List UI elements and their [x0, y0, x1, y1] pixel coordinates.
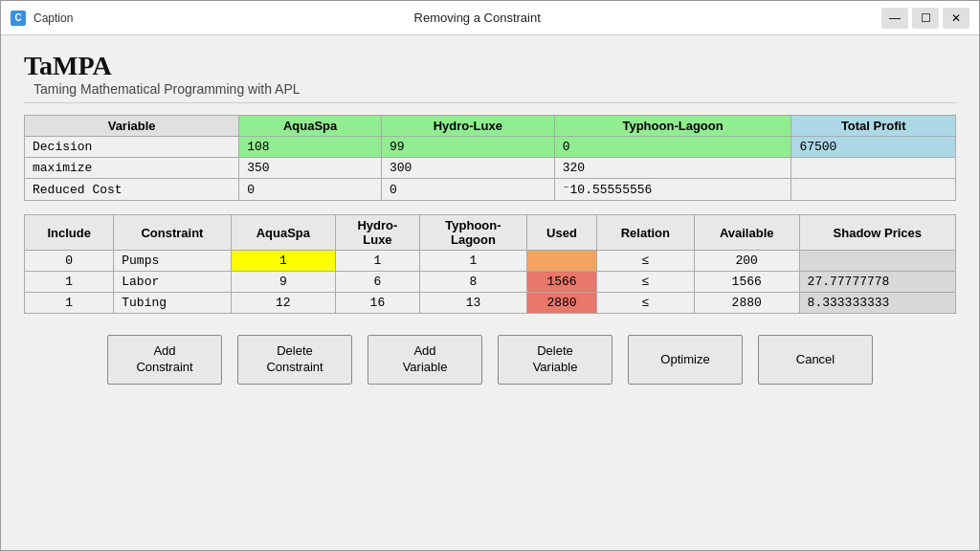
- optimize-button[interactable]: Optimize: [628, 335, 743, 385]
- labor-aquaspa: 9: [231, 272, 335, 293]
- col-relation: Relation: [596, 215, 694, 251]
- add-constraint-button[interactable]: AddConstraint: [107, 335, 222, 385]
- pumps-typhoon: 1: [419, 251, 526, 272]
- decision-label: Decision: [25, 137, 239, 158]
- bottom-bar: AddConstraint DeleteConstraint AddVariab…: [24, 325, 956, 398]
- decision-header-variable: Variable: [25, 116, 239, 137]
- app-title: TaMPA: [24, 51, 956, 81]
- table-row: Decision 108 99 0 67500: [25, 137, 956, 158]
- pumps-relation: ≤: [596, 251, 694, 272]
- col-shadow: Shadow Prices: [799, 215, 955, 251]
- tubing-available: 2880: [694, 293, 799, 314]
- table-row: Reduced Cost 0 0 ⁻10.55555556: [25, 179, 956, 201]
- col-constraint: Constraint: [114, 215, 231, 251]
- decision-hydroluxe: 99: [381, 137, 554, 158]
- labor-relation: ≤: [596, 272, 694, 293]
- table-row: 1 Labor 9 6 8 1566 ≤ 1566 27.77777778: [25, 272, 956, 293]
- tubing-shadow: 8.333333333: [799, 293, 955, 314]
- add-variable-button[interactable]: AddVariable: [368, 335, 482, 385]
- maximize-profit: [791, 158, 956, 179]
- delete-constraint-button[interactable]: DeleteConstraint: [237, 335, 352, 385]
- reduced-cost-typhoon: ⁻10.55555556: [554, 179, 791, 201]
- tables-area: Variable AquaSpa Hydro-Luxe Typhoon-Lago…: [24, 115, 956, 314]
- tubing-include: 1: [25, 293, 114, 314]
- tubing-relation: ≤: [596, 293, 694, 314]
- title-bar-controls: — ☐ ✕: [881, 8, 969, 29]
- col-hydroluxe: Hydro-Luxe: [336, 215, 420, 251]
- maximize-typhoon: 320: [554, 158, 791, 179]
- decision-table: Variable AquaSpa Hydro-Luxe Typhoon-Lago…: [24, 115, 956, 201]
- pumps-include: 0: [25, 251, 114, 272]
- decision-profit: 67500: [791, 137, 956, 158]
- app-header: TaMPA Taming Mathematical Programming wi…: [24, 51, 956, 103]
- labor-constraint: Labor: [114, 272, 231, 293]
- col-aquaspa: AquaSpa: [231, 215, 335, 251]
- title-bar: C Caption Removing a Constraint — ☐ ✕: [1, 1, 979, 35]
- delete-variable-button[interactable]: DeleteVariable: [498, 335, 612, 385]
- maximize-aquaspa: 350: [239, 158, 382, 179]
- table-row: maximize 350 300 320: [25, 158, 956, 179]
- labor-typhoon: 8: [419, 272, 526, 293]
- reduced-cost-profit: [791, 179, 956, 201]
- labor-used: 1566: [527, 272, 597, 293]
- reduced-cost-label: Reduced Cost: [25, 179, 239, 201]
- cancel-button[interactable]: Cancel: [758, 335, 873, 385]
- pumps-aquaspa: 1: [231, 251, 335, 272]
- minimize-button[interactable]: —: [881, 8, 908, 29]
- pumps-used: [527, 251, 597, 272]
- app-subtitle: Taming Mathematical Programming with APL: [33, 81, 956, 97]
- maximize-label: maximize: [25, 158, 239, 179]
- main-window: C Caption Removing a Constraint — ☐ ✕ Ta…: [0, 0, 980, 551]
- window-icon: C: [11, 11, 26, 26]
- maximize-button[interactable]: ☐: [912, 8, 939, 29]
- pumps-constraint: Pumps: [114, 251, 231, 272]
- tubing-used: 2880: [527, 293, 597, 314]
- pumps-available: 200: [694, 251, 799, 272]
- close-button[interactable]: ✕: [943, 8, 969, 29]
- decision-aquaspa: 108: [239, 137, 382, 158]
- decision-typhoon: 0: [554, 137, 791, 158]
- caption-label: Caption: [33, 11, 73, 25]
- constraint-table: Include Constraint AquaSpa Hydro-Luxe Ty…: [24, 214, 956, 314]
- col-typhoon: Typhoon-Lagoon: [419, 215, 526, 251]
- col-include: Include: [25, 215, 114, 251]
- labor-shadow: 27.77777778: [799, 272, 955, 293]
- labor-available: 1566: [694, 272, 799, 293]
- pumps-hydroluxe: 1: [336, 251, 420, 272]
- table-row: 0 Pumps 1 1 1 ≤ 200: [25, 251, 956, 272]
- reduced-cost-hydroluxe: 0: [381, 179, 554, 201]
- decision-header-profit: Total Profit: [791, 116, 956, 137]
- table-row: 1 Tubing 12 16 13 2880 ≤ 2880 8.33333333…: [25, 293, 956, 314]
- pumps-shadow: [799, 251, 955, 272]
- decision-header-hydroluxe: Hydro-Luxe: [381, 116, 554, 137]
- decision-header-typhoon: Typhoon-Lagoon: [554, 116, 791, 137]
- decision-header-aquaspa: AquaSpa: [239, 116, 382, 137]
- content-area: TaMPA Taming Mathematical Programming wi…: [1, 35, 979, 550]
- labor-include: 1: [25, 272, 114, 293]
- window-title: Removing a Constraint: [73, 11, 881, 25]
- tubing-typhoon: 13: [419, 293, 526, 314]
- reduced-cost-aquaspa: 0: [239, 179, 382, 201]
- labor-hydroluxe: 6: [336, 272, 420, 293]
- col-available: Available: [694, 215, 799, 251]
- title-bar-left: C Caption: [11, 11, 73, 26]
- tubing-hydroluxe: 16: [336, 293, 420, 314]
- col-used: Used: [527, 215, 597, 251]
- maximize-hydroluxe: 300: [381, 158, 554, 179]
- tubing-aquaspa: 12: [231, 293, 335, 314]
- tubing-constraint: Tubing: [114, 293, 231, 314]
